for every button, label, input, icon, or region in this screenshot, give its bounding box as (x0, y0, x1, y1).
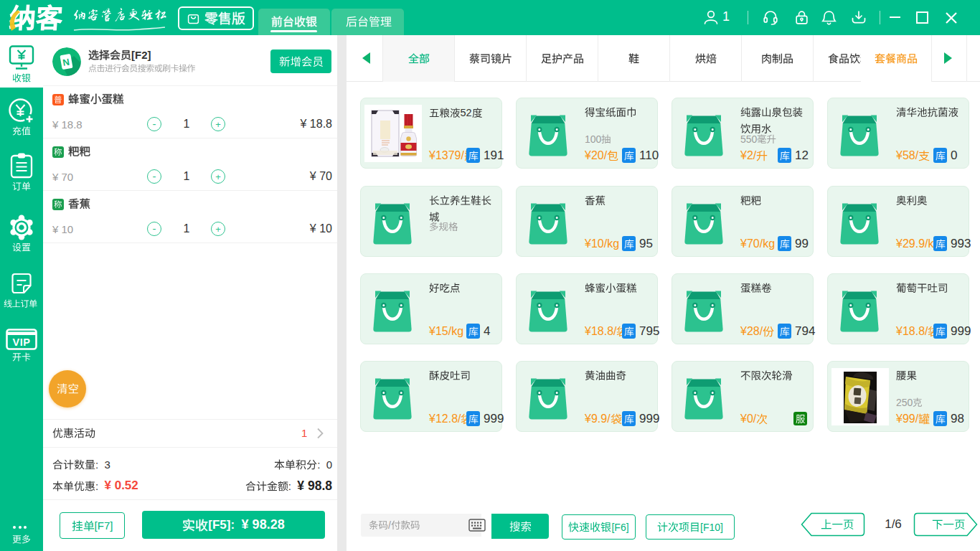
svg-text:VIP: VIP (13, 336, 31, 348)
